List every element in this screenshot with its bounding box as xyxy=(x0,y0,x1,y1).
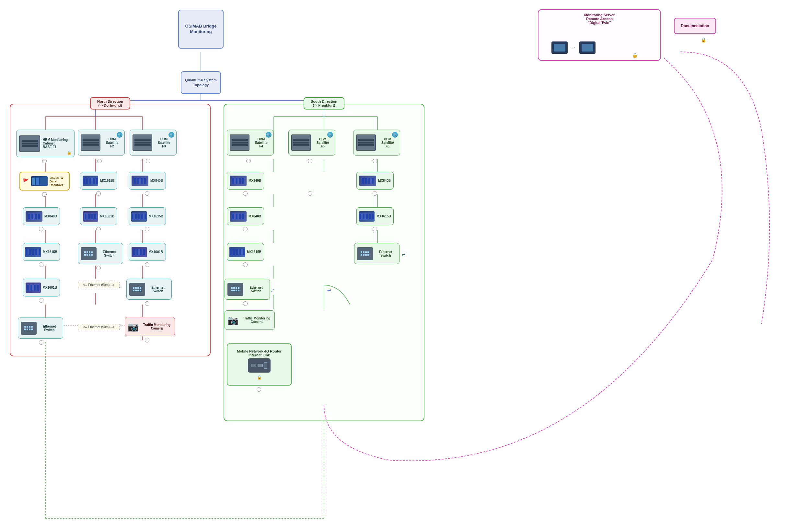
mx840b-icon-f4a xyxy=(230,176,246,186)
mx1615b-f4-box: MX1615B xyxy=(227,243,264,261)
cabinet-icon-f3 xyxy=(132,134,152,151)
zoom-icon-f4[interactable]: 🔍 xyxy=(266,132,272,138)
c-camera-f3 xyxy=(145,338,149,342)
lock-icon-server: 🔒 xyxy=(632,52,638,58)
quantumx-label: QuantumX System Topology xyxy=(185,78,217,88)
c-mx840b-f3 xyxy=(145,191,149,196)
switch-icon-f6 xyxy=(357,247,373,260)
c-mx1615b-f2 xyxy=(96,191,101,196)
documentation-box[interactable]: Documentation xyxy=(674,18,716,34)
c-mx1601b-f3 xyxy=(145,262,149,267)
c-switch-f3 xyxy=(145,301,149,306)
c-switch-f1 xyxy=(39,340,44,345)
mx840b-f4b-label: MX840B xyxy=(248,214,261,218)
mx840b-f1-box: MX840B xyxy=(23,207,60,225)
flag-icon: 🚩 xyxy=(23,178,29,184)
south-direction-label: South Direction (-> Frankfurt) xyxy=(304,97,344,110)
c-mx1601b-f1 xyxy=(39,298,44,303)
connector-circle-cx22 xyxy=(42,192,47,197)
mx1601b-f3-label: MX1601B xyxy=(149,250,163,254)
zoom-icon-f5[interactable]: 🔍 xyxy=(327,132,333,138)
zoom-icon-f6[interactable]: 🔍 xyxy=(392,132,398,138)
ethernet-switch-f4-box: Ethernet Switch xyxy=(225,279,270,300)
c-mx1615b-f6 xyxy=(373,227,377,231)
mx1601b-icon-f3 xyxy=(132,247,147,257)
documentation-icon: 🔒 xyxy=(701,37,706,43)
switch-icon-f2 xyxy=(81,247,97,260)
switch-icon-f4 xyxy=(227,283,243,296)
mx840b-icon-f1 xyxy=(26,211,43,222)
f6-box: HBM SatelliteF6 🔍 xyxy=(353,130,400,156)
ethernet-label-bottom-text: <-- Ethernet (50m) --> xyxy=(83,325,114,329)
mx1615b-icon-f4 xyxy=(229,247,245,257)
c-mx1615b-f3 xyxy=(145,227,149,231)
recorder-icon xyxy=(31,176,48,186)
zoom-icon-f3[interactable]: 🔍 xyxy=(168,132,174,138)
c-mx840b-f4a xyxy=(243,191,247,196)
mx1601b-f2-box: MX1601B xyxy=(80,207,117,225)
mx1615b-icon-f3 xyxy=(131,211,147,222)
transfer-icon-f6: ⇌ xyxy=(402,252,406,257)
monitor-icon-1 xyxy=(551,42,568,54)
monitor-icon-2 xyxy=(579,42,596,54)
cabinet-icon-f5 xyxy=(291,134,311,151)
north-label: North Direction xyxy=(97,99,123,103)
mx840b-icon-f3 xyxy=(132,176,148,186)
south-label: South Direction xyxy=(311,99,337,103)
mx1601b-f3-box: MX1601B xyxy=(129,243,166,261)
ethernet-label-bottom: <-- Ethernet (50m) --> xyxy=(78,324,120,330)
mx840b-icon-f4b xyxy=(230,211,246,222)
router-icon xyxy=(248,358,271,373)
ethernet-switch-f1-label: Ethernet Switch xyxy=(38,325,60,332)
zoom-icon-f2[interactable]: 🔍 xyxy=(117,132,123,138)
monitoring-server-title: Monitoring Server xyxy=(584,13,615,17)
main-title: OSIMAB Bridge Monitoring xyxy=(182,23,220,35)
ethernet-switch-f3-box: Ethernet Switch xyxy=(126,279,172,300)
mx1615b-f6-box: MX1615B xyxy=(356,207,394,225)
c-router-bottom xyxy=(257,387,261,392)
mx1601b-f1-box: MX1601B xyxy=(23,279,60,296)
mx840b-f3-label: MX840B xyxy=(150,179,163,182)
mx1615b-f2-box: MX1615B xyxy=(80,172,117,190)
mx840b-f4a-box: MX840B xyxy=(227,172,264,190)
mx840b-f6-box: MX840B xyxy=(356,172,394,190)
ethernet-label-f2-text: <-- Ethernet (50m) --> xyxy=(83,283,114,287)
mx840b-icon-f6 xyxy=(359,176,376,186)
south-sublabel: (-> Frankfurt) xyxy=(313,103,335,107)
ethernet-label-f2: <-- Ethernet (50m) --> xyxy=(78,282,120,288)
ethernet-switch-f2-box: Ethernet Switch xyxy=(78,243,123,264)
c-mx1615b-f1 xyxy=(39,262,44,267)
mobile-router-label: Mobile Network 4G RouterInternet Link xyxy=(237,349,281,357)
traffic-camera-f3-box: 📷 Traffic Monitoring Camera xyxy=(125,317,175,336)
c-switch-f4 xyxy=(243,301,247,306)
monitoring-server-subtitle: Remote Access xyxy=(586,17,613,21)
switch-icon-f3 xyxy=(129,283,145,296)
c-mx1615b-f4 xyxy=(243,262,247,267)
switch-icon-f1 xyxy=(21,322,37,335)
f2-box: HBM SatelliteF2 🔍 xyxy=(78,130,125,156)
mx840b-f4a-label: MX840B xyxy=(248,179,261,182)
mx1615b-f2-label: MX1615B xyxy=(100,179,114,182)
ethernet-switch-f3-label: Ethernet Switch xyxy=(147,286,169,293)
base-f1-box: HBM Monitoring CabinetBASE F1 🔒 xyxy=(16,130,75,157)
camera-icon-f4: 📷 xyxy=(227,315,239,326)
ethernet-switch-f6-label: Ethernet Switch xyxy=(375,250,396,257)
c-mx840b-f1 xyxy=(39,227,44,231)
mx1615b-icon-f1 xyxy=(25,247,41,257)
cabinet-icon-f4 xyxy=(230,134,249,151)
cabinet-icon-f2 xyxy=(81,134,100,151)
mx840b-f3-box: MX840B xyxy=(129,172,166,190)
documentation-label: Documentation xyxy=(681,23,709,28)
mx1601b-f2-label: MX1601B xyxy=(100,214,114,218)
mx1615b-f1-label: MX1615B xyxy=(43,250,57,254)
c-mx1601b-f2 xyxy=(96,227,101,231)
ethernet-switch-f2-label: Ethernet Switch xyxy=(98,250,120,257)
connector-circle-f6 xyxy=(373,159,377,163)
lock-icon-router: 🔒 xyxy=(257,375,262,380)
ethernet-switch-f4-label: Ethernet Switch xyxy=(245,286,267,293)
mx1615b-icon-f6 xyxy=(359,211,375,222)
traffic-camera-f4-box: 📷 Traffic Monitoring Camera xyxy=(225,310,275,330)
cx22bw-box: 🚩 CX22B-WData Recorder xyxy=(19,172,70,191)
mx1615b-f3-label: MX1615B xyxy=(149,214,163,218)
diagram-container: ⇌ ⇌ OSIMAB Bridge Monitoring QuantumX Sy… xyxy=(0,0,810,532)
